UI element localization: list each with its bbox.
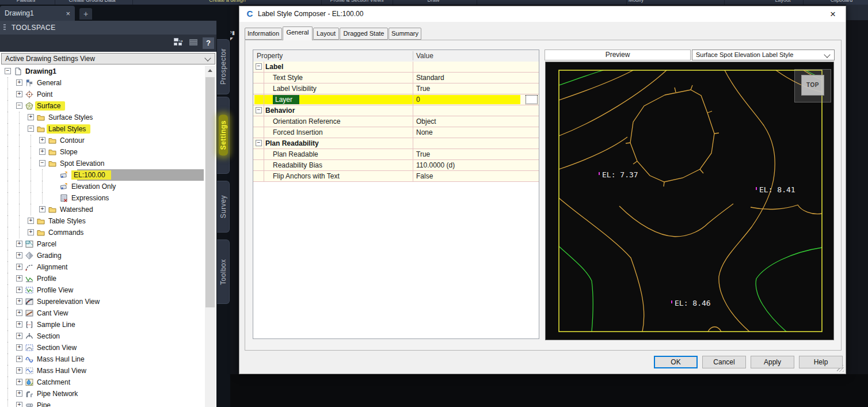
tree-item-commands[interactable]: +Commands bbox=[0, 227, 205, 238]
help-icon[interactable]: ? bbox=[203, 37, 214, 49]
tree-item-pipe-network[interactable]: +Pipe Network bbox=[0, 388, 205, 400]
side-tab-prospector[interactable]: Prospector bbox=[217, 39, 230, 94]
preview-header-button[interactable]: Preview bbox=[545, 50, 691, 60]
tree-expander-plus-icon[interactable]: + bbox=[16, 367, 22, 374]
grid-row-readability-bias[interactable]: Readability Bias110.0000 (d) bbox=[253, 160, 539, 171]
tree-item-general[interactable]: +General bbox=[0, 77, 205, 89]
tree-expander-plus-icon[interactable]: + bbox=[39, 149, 45, 155]
tree-item-elevation-only[interactable]: Elevation Only bbox=[0, 181, 205, 192]
tree-item-drawing1[interactable]: −Drawing1 bbox=[0, 66, 205, 77]
tree-item-section[interactable]: +Section bbox=[0, 330, 205, 342]
grid-row-text-style[interactable]: Text StyleStandard bbox=[253, 73, 539, 83]
tab-dragged-state[interactable]: Dragged State bbox=[340, 28, 388, 40]
drawing-tab[interactable]: Drawing1 × bbox=[0, 6, 75, 21]
tree-expander-minus-icon[interactable]: − bbox=[16, 102, 22, 109]
tree-item-table-styles[interactable]: +Table Styles bbox=[0, 215, 205, 227]
grid-group-row-behavior[interactable]: −Behavior bbox=[253, 105, 539, 116]
tree-expander-plus-icon[interactable]: + bbox=[16, 79, 22, 86]
tab-layout[interactable]: Layout bbox=[313, 28, 339, 40]
viewcube-top-face[interactable]: TOP bbox=[801, 75, 824, 96]
tree-item-watershed[interactable]: +Watershed bbox=[0, 204, 205, 215]
preview-canvas[interactable]: EL: 7.37EL: 8.41EL: 8.46 TOP bbox=[545, 62, 834, 340]
tree-expander-plus-icon[interactable]: + bbox=[16, 390, 22, 397]
tree-item-surface[interactable]: −Surface bbox=[0, 100, 205, 112]
grid-row-plan-readable[interactable]: Plan ReadableTrue bbox=[253, 149, 539, 160]
tree-item-section-view[interactable]: +Section View bbox=[0, 342, 205, 353]
tree-item-contour[interactable]: +Contour bbox=[0, 135, 205, 146]
tree-expander-plus-icon[interactable]: + bbox=[16, 402, 22, 407]
layer-picker-button[interactable] bbox=[526, 95, 538, 104]
preview-style-selector[interactable]: Surface Spot Elevation Label Style bbox=[692, 50, 835, 60]
tree-expander-plus-icon[interactable]: + bbox=[39, 206, 45, 212]
tree-item-slope[interactable]: +Slope bbox=[0, 146, 205, 158]
tree-item-catchment[interactable]: +Catchment bbox=[0, 376, 205, 388]
new-drawing-tab-button[interactable]: + bbox=[79, 8, 92, 20]
collapse-group-icon[interactable]: − bbox=[256, 140, 262, 146]
dialog-close-icon[interactable]: × bbox=[827, 9, 839, 20]
help-button[interactable]: Help bbox=[799, 356, 843, 368]
tree-item-pipe[interactable]: +Pipe bbox=[0, 400, 205, 407]
tree-item-point[interactable]: +Point bbox=[0, 89, 205, 100]
tree-item-parcel[interactable]: +Parcel bbox=[0, 238, 205, 250]
tree-expander-plus-icon[interactable]: + bbox=[16, 264, 22, 270]
collapse-group-icon[interactable]: − bbox=[256, 107, 262, 113]
tab-general[interactable]: General bbox=[283, 26, 313, 40]
tree-expander-plus-icon[interactable]: + bbox=[16, 333, 22, 339]
scrollbar-thumb[interactable] bbox=[205, 77, 215, 307]
tree-item-mass-haul-line[interactable]: +Mass Haul Line bbox=[0, 353, 205, 365]
tree-item-superelevation-view[interactable]: +Superelevation View bbox=[0, 296, 205, 307]
tree-expander-minus-icon[interactable]: − bbox=[5, 68, 11, 74]
tree-item-profile-view[interactable]: +Profile View bbox=[0, 284, 205, 296]
settings-view-selector[interactable]: Active Drawing Settings View bbox=[1, 53, 215, 64]
tree-item-alignment[interactable]: +Alignment bbox=[0, 261, 205, 273]
item-view-icon[interactable] bbox=[188, 37, 200, 49]
tree-item-mass-haul-view[interactable]: +Mass Haul View bbox=[0, 365, 205, 376]
tree-item-el-100-00[interactable]: EL:100.00 bbox=[0, 169, 205, 181]
side-tab-toolbox[interactable]: Toolbox bbox=[217, 239, 230, 304]
side-tab-survey[interactable]: Survey bbox=[217, 181, 230, 233]
toolspace-titlebar[interactable]: TOOLSPACE bbox=[0, 21, 216, 35]
collapse-group-icon[interactable]: − bbox=[256, 63, 262, 70]
tree-expander-plus-icon[interactable]: + bbox=[28, 114, 34, 120]
panel-arrange-icon[interactable]: ↪ bbox=[173, 37, 184, 49]
scroll-up-icon[interactable] bbox=[208, 69, 212, 72]
grid-row-layer[interactable]: Layer0 bbox=[253, 94, 539, 105]
tree-expander-plus-icon[interactable]: + bbox=[16, 91, 22, 97]
tree-expander-plus-icon[interactable]: + bbox=[16, 379, 22, 385]
tree-expander-plus-icon[interactable]: + bbox=[16, 356, 22, 362]
toolspace-grip[interactable] bbox=[3, 24, 6, 31]
grid-row-forced-insertion[interactable]: Forced InsertionNone bbox=[253, 127, 539, 138]
close-drawing-tab-icon[interactable]: × bbox=[66, 9, 70, 18]
grid-row-orientation-reference[interactable]: Orientation ReferenceObject bbox=[253, 116, 539, 127]
tab-summary[interactable]: Summary bbox=[389, 28, 421, 40]
grid-group-row-label[interactable]: −Label bbox=[253, 62, 539, 73]
tree-item-cant-view[interactable]: +Cant View bbox=[0, 307, 205, 319]
tree-expander-plus-icon[interactable]: + bbox=[16, 321, 22, 328]
tree-expander-plus-icon[interactable]: + bbox=[28, 229, 34, 235]
tree-item-expressions[interactable]: Expressions bbox=[0, 192, 205, 204]
tree-item-spot-elevation[interactable]: −Spot Elevation bbox=[0, 158, 205, 169]
tree-expander-plus-icon[interactable]: + bbox=[16, 298, 22, 305]
tree-scrollbar[interactable] bbox=[205, 66, 215, 407]
grid-group-row-plan-readability[interactable]: −Plan Readability bbox=[253, 138, 539, 149]
dialog-titlebar[interactable]: C Label Style Composer - EL:100.00 × bbox=[239, 6, 846, 22]
grid-row-label-visibility[interactable]: Label VisibilityTrue bbox=[253, 83, 539, 94]
tree-expander-plus-icon[interactable]: + bbox=[39, 137, 45, 143]
grid-row-flip-anchors-with-text[interactable]: Flip Anchors with TextFalse bbox=[253, 171, 539, 182]
tree-item-label-styles[interactable]: −Label Styles bbox=[0, 123, 205, 135]
tree-expander-plus-icon[interactable]: + bbox=[16, 344, 22, 351]
tab-information[interactable]: Information bbox=[245, 28, 282, 40]
tree-expander-minus-icon[interactable]: − bbox=[39, 160, 45, 166]
tree-item-profile[interactable]: +Profile bbox=[0, 273, 205, 284]
tree-expander-plus-icon[interactable]: + bbox=[16, 310, 22, 316]
tree-expander-plus-icon[interactable]: + bbox=[28, 218, 34, 224]
cancel-button[interactable]: Cancel bbox=[702, 356, 746, 368]
tree-item-surface-styles[interactable]: +Surface Styles bbox=[0, 112, 205, 123]
tree-expander-plus-icon[interactable]: + bbox=[16, 252, 22, 258]
tree-expander-minus-icon[interactable]: − bbox=[28, 125, 34, 132]
tree-expander-plus-icon[interactable]: + bbox=[16, 287, 22, 293]
tree-expander-plus-icon[interactable]: + bbox=[16, 241, 22, 247]
tree-expander-plus-icon[interactable]: + bbox=[16, 275, 22, 282]
apply-button[interactable]: Apply bbox=[751, 356, 794, 368]
side-tab-settings[interactable]: Settings bbox=[217, 97, 230, 174]
